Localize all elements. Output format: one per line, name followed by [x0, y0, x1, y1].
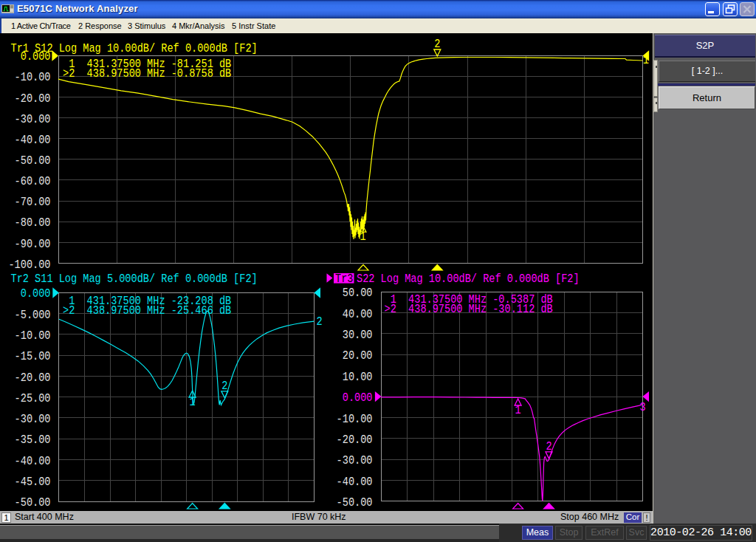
svg-text:-40.00: -40.00: [15, 132, 51, 147]
svg-text:10.00: 10.00: [343, 369, 373, 384]
svg-text:1: 1: [515, 403, 521, 418]
svg-text:2: 2: [546, 439, 552, 454]
svg-text:-50.00: -50.00: [15, 495, 51, 510]
svg-text:-25.00: -25.00: [15, 391, 51, 405]
svg-text:0.000: 0.000: [343, 391, 373, 405]
svg-text:Tr2 S11 Log Mag 5.000dB/ Ref 0: Tr2 S11 Log Mag 5.000dB/ Ref 0.000dB [F2…: [11, 272, 258, 287]
svg-text:3: 3: [640, 400, 646, 415]
svg-text:50.00: 50.00: [343, 286, 373, 301]
svg-text:-20.00: -20.00: [15, 91, 51, 106]
svg-text:2: 2: [317, 315, 323, 329]
svg-text:30.00: 30.00: [343, 328, 373, 343]
svg-text:0.000: 0.000: [21, 287, 51, 301]
svg-text:S22 Log Mag 10.00dB/ Ref 0.000: S22 Log Mag 10.00dB/ Ref 0.000dB [F2]: [357, 272, 580, 287]
svg-text:1: 1: [360, 230, 365, 244]
svg-text:40.00: 40.00: [343, 306, 373, 321]
svg-text:-50.00: -50.00: [337, 495, 373, 510]
svg-text:>2 438.97500 MHz -30.112 dB: >2 438.97500 MHz -30.112 dB: [385, 302, 553, 317]
svg-text:-10.00: -10.00: [337, 411, 373, 426]
svg-text:-90.00: -90.00: [15, 236, 51, 251]
svg-text:-80.00: -80.00: [15, 216, 51, 230]
svg-text:Tr3: Tr3: [335, 271, 353, 286]
svg-text:-15.00: -15.00: [15, 349, 51, 364]
svg-text:20.00: 20.00: [343, 349, 373, 363]
svg-text:-35.00: -35.00: [15, 433, 51, 447]
svg-text:>2 438.97500 MHz -25.466 dB: >2 438.97500 MHz -25.466 dB: [63, 303, 231, 318]
svg-text:-20.00: -20.00: [15, 370, 51, 385]
svg-text:-45.00: -45.00: [15, 475, 51, 490]
svg-text:>2 438.97500 MHz -0.8758 dB: >2 438.97500 MHz -0.8758 dB: [63, 66, 231, 81]
svg-text:-40.00: -40.00: [337, 474, 373, 489]
svg-text:-20.00: -20.00: [337, 433, 373, 447]
svg-text:0.000: 0.000: [21, 49, 51, 64]
svg-text:-60.00: -60.00: [15, 174, 51, 189]
svg-text:-10.00: -10.00: [15, 328, 51, 343]
svg-text:1: 1: [190, 395, 196, 410]
svg-text:-40.00: -40.00: [15, 453, 51, 468]
svg-text:-5.000: -5.000: [15, 307, 51, 322]
svg-text:-10.00: -10.00: [15, 70, 51, 85]
svg-text:-100.00: -100.00: [8, 257, 50, 272]
svg-text:2: 2: [221, 379, 227, 394]
svg-text:1: 1: [643, 53, 649, 68]
svg-text:-30.00: -30.00: [15, 412, 51, 427]
svg-text:2: 2: [434, 37, 440, 52]
svg-text:-30.00: -30.00: [337, 453, 373, 468]
svg-text:-50.00: -50.00: [15, 154, 51, 168]
svg-text:-30.00: -30.00: [15, 112, 51, 126]
svg-text:-70.00: -70.00: [15, 195, 51, 210]
